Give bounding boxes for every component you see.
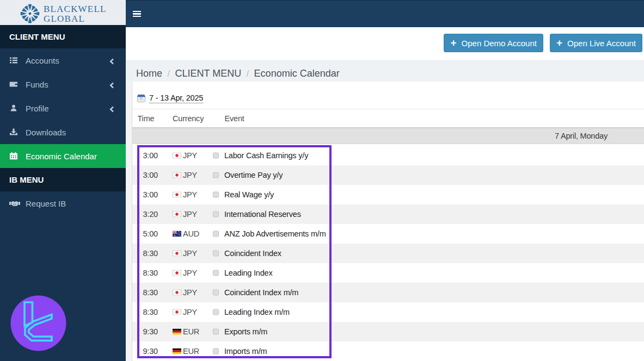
sidebar-item-label: Funds [26,80,109,89]
sidebar-menu: CLIENT MENUAccountsFundsProfileDownloads… [0,25,126,215]
checkbox-icon[interactable] [213,231,219,237]
hamburger-icon[interactable] [133,11,141,17]
event-time: 5:00 [143,229,158,238]
event-time: 3:00 [143,190,158,199]
event-name[interactable]: Exports m/m [224,327,267,336]
currency-code: JPY [183,249,197,258]
event-name[interactable]: Coincident Index m/m [224,288,298,297]
open-live-account-label: Open Live Account [567,39,636,48]
event-time: 9:30 [143,347,158,356]
sidebar-item-profile[interactable]: Profile [0,96,126,120]
content-area: 7 - 13 Apr, 2025 Time Currency Event 7 A… [126,81,644,361]
flag-icon-de [173,348,181,354]
currency-code: AUD [183,229,199,238]
open-demo-account-button[interactable]: + Open Demo Account [444,34,543,52]
open-live-account-button[interactable]: + Open Live Account [550,34,642,52]
date-range-link[interactable]: 7 - 13 Apr, 2025 [149,94,203,103]
day-group-header: 7 April, Monday [132,128,644,144]
breadcrumb-separator: / [247,69,249,79]
checkbox-icon[interactable] [213,309,219,315]
flag-icon-de [173,329,181,335]
calendar-event-row: 8:30JPYCoincident Index [132,244,644,263]
currency-code: EUR [183,347,199,356]
chevron-left-icon [109,81,115,88]
currency-code: JPY [183,151,197,160]
event-name[interactable]: Labor Cash Earnings y/y [224,151,308,160]
calendar-event-row: 8:30JPYLeading Index [132,263,644,283]
checkbox-icon[interactable] [213,290,219,296]
user-icon [9,104,20,113]
event-time: 3:00 [143,151,158,160]
event-name[interactable]: International Reserves [224,210,301,219]
sidebar-item-funds[interactable]: Funds [0,72,126,96]
sidebar-item-label: Profile [26,104,109,113]
brand-name-line1: BLACKWELL [44,4,107,14]
calendar-event-row: 5:00AUDANZ Job Advertisements m/m [132,224,644,244]
event-name[interactable]: Overtime Pay y/y [224,171,283,179]
breadcrumb-client-menu[interactable]: CLIENT MENU [175,68,241,79]
sidebar-item-economic-calendar[interactable]: Economic Calendar [0,144,126,168]
checkbox-icon[interactable] [213,172,219,178]
datepicker-icon[interactable] [137,94,145,102]
date-range-bar: 7 - 13 Apr, 2025 [132,82,644,109]
event-time: 3:20 [143,210,158,219]
event-name[interactable]: Leading Index [224,269,273,277]
sidebar-item-label: Downloads [26,128,115,137]
calendar-event-row: 9:30EURExports m/m [132,322,644,341]
calendar-event-row: 3:00JPYOvertime Pay y/y [132,165,644,185]
calendar-event-row: 3:00JPYLabor Cash Earnings y/y [132,146,644,165]
flag-icon-jp [173,290,181,296]
calendar-table-header: Time Currency Event [132,109,644,128]
economic-calendar-panel: 7 - 13 Apr, 2025 Time Currency Event 7 A… [132,81,644,361]
sidebar-item-label: Economic Calendar [26,152,115,161]
event-name[interactable]: Leading Index m/m [224,308,290,316]
event-name[interactable]: Coincident Index [224,249,281,258]
flag-icon-jp [173,211,181,217]
calendar-event-row: 9:30EURImports m/m [132,341,644,361]
currency-code: JPY [183,190,197,199]
brand-logo[interactable]: BLACKWELL GLOBAL [0,0,126,25]
wallet-icon [9,80,20,89]
flag-icon-jp [173,251,181,257]
calendar-event-row: 8:30JPYCoincident Index m/m [132,283,644,302]
sidebar-item-accounts[interactable]: Accounts [0,48,126,72]
breadcrumb-home[interactable]: Home [136,68,162,79]
currency-code: EUR [183,327,199,336]
event-name[interactable]: ANZ Job Advertisements m/m [224,229,326,238]
sidebar-section-header-ib-menu: IB MENU [0,168,126,191]
calendar-event-row: 3:00JPYReal Wage y/y [132,185,644,204]
checkbox-icon[interactable] [213,192,219,198]
sidebar-item-downloads[interactable]: Downloads [0,120,126,144]
event-name[interactable]: Real Wage y/y [224,190,274,199]
main-area: + Open Demo Account + Open Live Account … [126,0,644,361]
sidebar-item-request-ib[interactable]: Request IB [0,191,126,215]
event-time: 8:30 [143,288,158,297]
breadcrumb-current-page: Economic Calendar [254,68,340,79]
event-name[interactable]: Imports m/m [224,347,267,356]
open-demo-account-label: Open Demo Account [462,39,537,48]
column-header-currency: Currency [173,114,204,123]
plus-icon: + [556,38,562,48]
checkbox-icon[interactable] [213,251,219,257]
starburst-icon [20,3,40,24]
sidebar-item-label: Accounts [26,56,109,65]
chevron-left-icon [109,105,115,111]
calendar-event-list: 3:00JPYLabor Cash Earnings y/y3:00JPYOve… [132,146,644,361]
checkbox-icon[interactable] [213,348,219,354]
checkbox-icon[interactable] [213,329,219,335]
day-label: 7 April, Monday [555,132,608,140]
checkbox-icon[interactable] [213,211,219,217]
checkbox-icon[interactable] [213,153,219,159]
flag-icon-jp [173,270,181,276]
currency-code: JPY [183,210,197,219]
event-time: 9:30 [143,327,158,336]
column-header-event: Event [225,114,244,123]
checkbox-icon[interactable] [213,270,219,276]
flag-icon-au [173,231,181,237]
watermark-badge-icon [10,295,66,351]
currency-code: JPY [183,269,197,277]
brand-name-line2: GLOBAL [44,14,107,24]
breadcrumb-separator: / [168,69,170,79]
top-navbar [126,0,644,27]
account-toolbar: + Open Demo Account + Open Live Account [126,27,644,60]
